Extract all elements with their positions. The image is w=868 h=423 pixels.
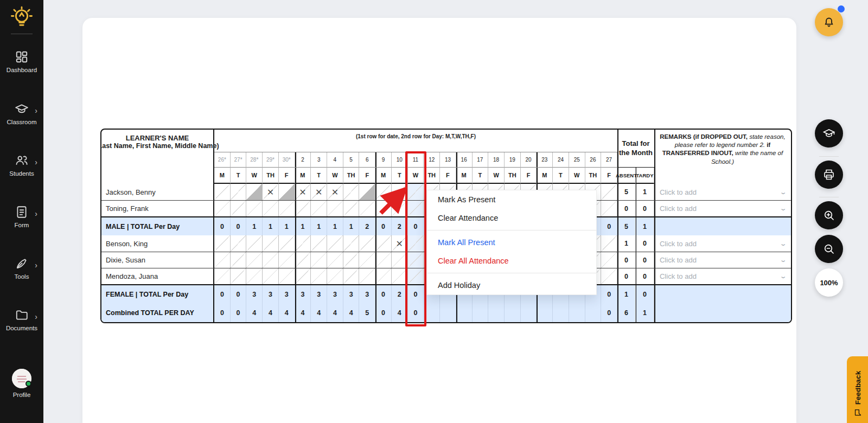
date-header-cell[interactable]: 2 xyxy=(295,152,311,168)
day-header-cell[interactable]: W xyxy=(569,168,585,184)
attendance-cell[interactable] xyxy=(408,184,424,200)
remark-dropdown[interactable]: Click to add⌄ xyxy=(654,252,791,268)
date-header-cell[interactable]: 30* xyxy=(279,152,295,168)
day-header-cell[interactable]: TH xyxy=(424,168,440,184)
attendance-cell[interactable] xyxy=(311,252,327,268)
attendance-cell[interactable] xyxy=(375,201,392,216)
attendance-cell[interactable] xyxy=(214,184,231,200)
remark-dropdown[interactable]: Click to add⌄ xyxy=(654,268,791,284)
sidebar-item-students[interactable]: Students› xyxy=(0,153,43,177)
menu-item-clear-attendance[interactable]: Clear Attendance xyxy=(427,209,596,227)
attendance-cell[interactable] xyxy=(601,252,617,268)
attendance-cell[interactable] xyxy=(359,252,375,268)
attendance-cell[interactable] xyxy=(311,201,327,216)
attendance-cell[interactable] xyxy=(375,252,392,268)
attendance-cell[interactable] xyxy=(408,268,424,284)
date-header-cell[interactable]: 27 xyxy=(601,152,617,168)
day-header-cell[interactable]: TH xyxy=(505,168,521,184)
date-header-cell[interactable]: 27* xyxy=(231,152,247,168)
attendance-cell[interactable] xyxy=(263,235,279,252)
day-header-cell[interactable]: F xyxy=(440,168,456,184)
day-header-cell[interactable]: W xyxy=(408,168,424,184)
attendance-cell[interactable]: ✕ xyxy=(311,184,327,200)
attendance-cell[interactable] xyxy=(214,252,231,268)
day-header-cell[interactable]: M xyxy=(214,168,231,184)
day-header-cell[interactable]: F xyxy=(359,168,375,184)
attendance-cell[interactable] xyxy=(408,201,424,216)
attendance-cell[interactable] xyxy=(231,184,247,200)
attendance-cell[interactable] xyxy=(359,235,375,252)
sidebar-item-dashboard[interactable]: Dashboard xyxy=(0,50,43,73)
date-header-cell[interactable]: 26* xyxy=(214,152,231,168)
date-header-cell[interactable]: 25 xyxy=(569,152,585,168)
day-header-cell[interactable]: T xyxy=(392,168,408,184)
attendance-cell[interactable] xyxy=(343,252,360,268)
attendance-cell[interactable] xyxy=(343,184,360,200)
attendance-cell[interactable]: ✕ xyxy=(327,184,343,200)
notifications-button[interactable] xyxy=(815,8,843,36)
attendance-cell[interactable] xyxy=(279,201,295,216)
day-header-cell[interactable]: M xyxy=(375,168,392,184)
date-header-cell[interactable]: 29* xyxy=(263,152,279,168)
attendance-cell[interactable] xyxy=(295,201,311,216)
day-header-cell[interactable]: T xyxy=(231,168,247,184)
attendance-cell[interactable] xyxy=(375,268,392,284)
attendance-cell[interactable] xyxy=(295,252,311,268)
remark-dropdown[interactable]: Click to add⌄ xyxy=(654,235,791,252)
remark-dropdown[interactable]: Click to add⌄ xyxy=(654,184,791,200)
attendance-cell[interactable] xyxy=(601,201,617,216)
sidebar-item-classroom[interactable]: Classroom› xyxy=(0,102,43,125)
date-header-cell[interactable]: 4 xyxy=(327,152,343,168)
day-header-cell[interactable]: W xyxy=(246,168,263,184)
day-header-cell[interactable]: W xyxy=(488,168,505,184)
attendance-cell[interactable] xyxy=(214,268,231,284)
date-header-cell[interactable]: 26 xyxy=(585,152,602,168)
day-header-cell[interactable]: T xyxy=(311,168,327,184)
print-button[interactable] xyxy=(815,161,843,189)
date-header-cell[interactable]: 20 xyxy=(521,152,537,168)
remark-dropdown[interactable]: Click to add⌄ xyxy=(654,201,791,216)
date-header-cell[interactable]: 6 xyxy=(359,152,375,168)
day-header-cell[interactable]: TH xyxy=(263,168,279,184)
date-header-cell[interactable]: 24 xyxy=(553,152,569,168)
attendance-cell[interactable] xyxy=(279,268,295,284)
attendance-cell[interactable] xyxy=(231,201,247,216)
attendance-cell[interactable] xyxy=(601,235,617,252)
day-header-cell[interactable]: M xyxy=(456,168,473,184)
day-header-cell[interactable]: M xyxy=(537,168,553,184)
day-header-cell[interactable]: F xyxy=(521,168,537,184)
attendance-cell[interactable] xyxy=(263,268,279,284)
attendance-cell[interactable] xyxy=(327,235,343,252)
menu-item-mark-all-present[interactable]: Mark All Present xyxy=(427,233,596,252)
menu-item-add-holiday[interactable]: Add Holiday xyxy=(427,276,596,294)
attendance-cell[interactable] xyxy=(246,268,263,284)
sidebar-item-profile[interactable]: Profile xyxy=(0,369,43,398)
attendance-cell[interactable] xyxy=(246,184,263,200)
attendance-cell[interactable] xyxy=(279,235,295,252)
attendance-cell[interactable] xyxy=(311,235,327,252)
sidebar-item-tools[interactable]: Tools› xyxy=(0,257,43,280)
attendance-cell[interactable] xyxy=(246,252,263,268)
attendance-cell[interactable] xyxy=(295,235,311,252)
attendance-cell[interactable] xyxy=(359,184,375,200)
day-header-cell[interactable]: F xyxy=(601,168,617,184)
attendance-cell[interactable] xyxy=(375,235,392,252)
date-header-cell[interactable]: 12 xyxy=(424,152,440,168)
attendance-cell[interactable] xyxy=(214,201,231,216)
attendance-cell[interactable] xyxy=(279,184,295,200)
attendance-cell[interactable] xyxy=(392,184,408,200)
attendance-cell[interactable] xyxy=(311,268,327,284)
date-header-cell[interactable]: 11 xyxy=(408,152,424,168)
day-header-cell[interactable]: M xyxy=(295,168,311,184)
day-header-cell[interactable]: TH xyxy=(585,168,602,184)
day-header-cell[interactable]: F xyxy=(279,168,295,184)
attendance-cell[interactable] xyxy=(279,252,295,268)
classroom-shortcut-button[interactable] xyxy=(815,119,843,148)
zoom-out-button[interactable] xyxy=(815,235,843,263)
menu-item-mark-as-present[interactable]: Mark As Present xyxy=(427,190,596,209)
date-header-cell[interactable]: 17 xyxy=(473,152,489,168)
attendance-cell[interactable]: ✕ xyxy=(392,235,408,252)
attendance-cell[interactable] xyxy=(231,235,247,252)
day-header-cell[interactable]: T xyxy=(473,168,489,184)
attendance-cell[interactable] xyxy=(375,184,392,200)
